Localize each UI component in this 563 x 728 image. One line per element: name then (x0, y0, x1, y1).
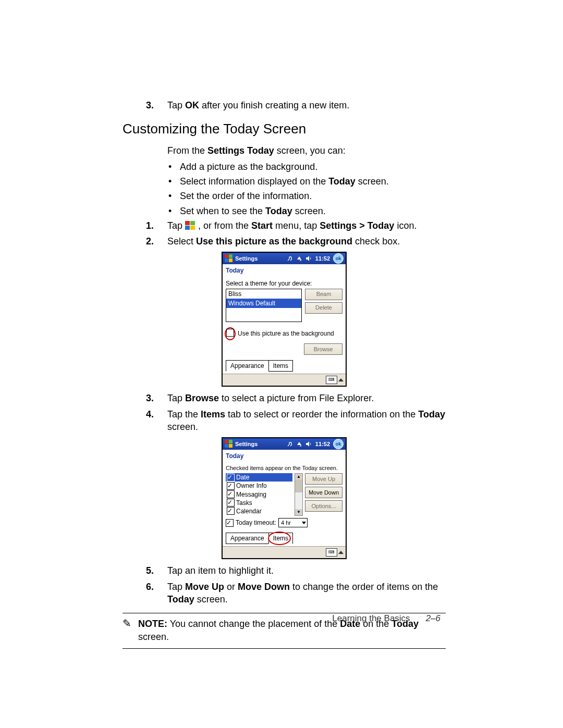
keyboard-icon[interactable]: ⌨ (326, 548, 337, 557)
use-picture-checkbox[interactable] (226, 329, 234, 337)
bold-today: Today (418, 409, 445, 419)
theme-option[interactable]: Bliss (226, 289, 301, 299)
svg-rect-0 (185, 221, 190, 225)
svg-text:x: x (300, 258, 302, 262)
options-button[interactable]: Options... (305, 500, 342, 512)
list-item-selected[interactable]: Date (226, 473, 292, 482)
browse-button[interactable]: Browse (304, 343, 342, 355)
start-flag-icon[interactable] (225, 254, 233, 263)
scrollbar[interactable]: ▲ ▼ (295, 473, 303, 516)
ok-button[interactable]: ok (333, 439, 344, 449)
bold-move-up: Move Up (185, 582, 224, 592)
item-checkbox[interactable] (227, 499, 235, 507)
text: screen. (138, 632, 169, 642)
bold-start: Start (251, 220, 273, 231)
text: Tap (167, 100, 185, 110)
input-menu-arrow-icon[interactable] (338, 378, 344, 381)
items-prompt: Checked items appear on the Today screen… (226, 464, 342, 472)
text: screen. (356, 176, 389, 187)
svg-text:x: x (300, 444, 302, 447)
timeout-label: Today timeout: (236, 519, 276, 527)
footer-page-number: 2–6 (426, 613, 440, 624)
intro-paragraph: From the Settings Today screen, you can: (123, 144, 446, 157)
speaker-icon[interactable] (305, 255, 312, 262)
theme-option-selected[interactable]: Windows Default (226, 299, 301, 308)
screen-subtitle: Today (223, 450, 346, 463)
tab-appearance[interactable]: Appearance (226, 533, 269, 544)
svg-rect-4 (225, 254, 228, 258)
svg-rect-7 (229, 258, 232, 262)
text: screen. (194, 594, 228, 604)
page-footer: Learning the Basics 2–6 (332, 613, 440, 624)
tab-appearance[interactable]: Appearance (226, 360, 269, 372)
note-label: NOTE: (138, 619, 167, 629)
tab-items[interactable]: Items (268, 533, 293, 544)
clock: 11:52 (314, 255, 331, 263)
step-3-tap-browse: 3. Tap Browse to select a picture from F… (123, 392, 446, 404)
bottom-bar: ⌨ (223, 546, 346, 558)
highlight-circle (268, 532, 291, 545)
svg-rect-5 (229, 254, 232, 258)
item-checkbox[interactable] (227, 490, 235, 498)
svg-rect-9 (225, 440, 228, 443)
step-number: 4. (146, 408, 154, 421)
item-checkbox[interactable] (227, 474, 235, 482)
ok-button[interactable]: ok (333, 253, 344, 264)
item-checkbox[interactable] (227, 482, 235, 490)
text: screen. (167, 422, 198, 432)
delete-button[interactable]: Delete (305, 302, 342, 314)
step-3-tap-ok: 3. Tap OK after you finish creating a ne… (123, 99, 446, 112)
keyboard-icon[interactable]: ⌨ (326, 376, 337, 384)
signal-icon[interactable]: x (296, 440, 303, 448)
speaker-icon[interactable] (305, 440, 312, 448)
theme-list[interactable]: Bliss Windows Default (226, 289, 302, 322)
step-2-select-checkbox: 2. Select Use this picture as the backgr… (123, 235, 446, 248)
tab-items[interactable]: Items (268, 360, 293, 372)
scroll-down-icon[interactable]: ▼ (295, 509, 302, 515)
connectivity-icon[interactable] (286, 255, 293, 262)
text: check box. (352, 236, 400, 246)
list-item[interactable]: Tasks (226, 499, 292, 507)
input-menu-arrow-icon[interactable] (338, 551, 344, 554)
bold-today: Today (167, 594, 194, 604)
step-number: 5. (146, 564, 154, 577)
bullet-item: Select information displayed on the Toda… (167, 175, 446, 188)
screen-subtitle: Today (223, 264, 346, 278)
scroll-thumb[interactable] (295, 480, 302, 492)
text: Tap an item to highlight it. (167, 565, 274, 576)
items-list[interactable]: Date Owner Info Messaging Tasks Calendar (226, 473, 292, 516)
text: From the (167, 145, 207, 156)
svg-rect-11 (225, 444, 228, 448)
signal-icon[interactable]: x (296, 255, 303, 262)
item-label: Date (236, 473, 249, 482)
window-title: Settings (235, 440, 258, 448)
text: Tap (167, 220, 185, 231)
section-heading: Customizing the Today Screen (123, 120, 446, 138)
svg-rect-3 (190, 226, 195, 230)
list-item[interactable]: Calendar (226, 507, 292, 515)
svg-rect-10 (229, 440, 232, 443)
move-down-button[interactable]: Move Down (305, 487, 342, 498)
device-screenshot-appearance: Settings x 11:52 ok Today Select a theme… (222, 252, 347, 387)
step-number: 6. (146, 581, 154, 593)
text: screen, you can: (274, 145, 346, 156)
step-number: 3. (146, 392, 154, 404)
bullet-item: Set the order of the information. (167, 190, 446, 202)
scroll-up-icon[interactable]: ▲ (295, 474, 302, 480)
beam-button[interactable]: Beam (305, 289, 342, 300)
timeout-select[interactable]: 4 hr (278, 518, 308, 527)
connectivity-icon[interactable] (286, 440, 293, 448)
item-checkbox[interactable] (227, 507, 235, 515)
timeout-checkbox[interactable] (226, 519, 234, 527)
list-item[interactable]: Messaging (226, 490, 292, 499)
step-6-move-up-down: 6. Tap Move Up or Move Down to change th… (123, 581, 446, 606)
item-label: Tasks (236, 499, 252, 507)
move-up-button[interactable]: Move Up (305, 473, 342, 485)
text: icon. (394, 220, 417, 231)
start-flag-icon[interactable] (225, 440, 233, 448)
bold-settings-today: Settings > Today (320, 220, 394, 231)
list-item[interactable]: Owner Info (226, 482, 292, 490)
text: Tap the (167, 409, 201, 419)
text: tab to select or reorder the information… (225, 409, 418, 419)
text: or (224, 582, 238, 592)
